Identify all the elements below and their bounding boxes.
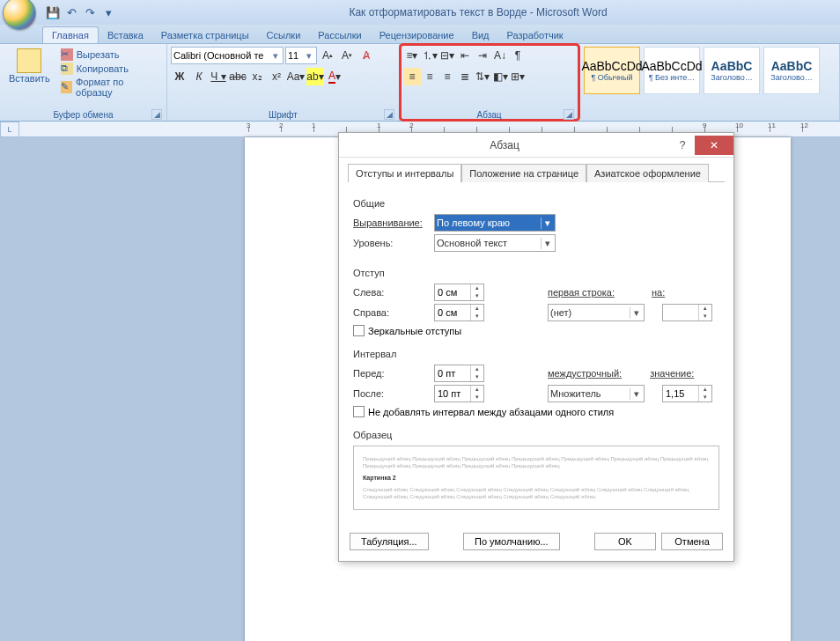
tab-layout[interactable]: Разметка страницы xyxy=(152,27,258,43)
cancel-button[interactable]: Отмена xyxy=(661,533,723,550)
help-button[interactable]: ? xyxy=(670,136,695,155)
bullets-button[interactable]: ≡▾ xyxy=(403,47,421,64)
paste-label: Вставить xyxy=(9,73,50,84)
change-case-button[interactable]: Aa▾ xyxy=(287,68,305,85)
tabs-button[interactable]: Табуляция... xyxy=(350,533,429,550)
dlg-tab-linebreaks[interactable]: Положение на странице xyxy=(461,164,586,182)
font-launcher[interactable]: ◢ xyxy=(384,109,394,120)
no-add-space-check[interactable]: Не добавлять интервал между абзацами одн… xyxy=(353,406,719,417)
first-line-label: первая строка: xyxy=(548,287,615,298)
numbering-button[interactable]: ⒈▾ xyxy=(421,47,438,64)
section-general: Общие xyxy=(353,198,719,209)
tab-developer[interactable]: Разработчик xyxy=(498,27,572,43)
font-label: Шрифт xyxy=(269,110,298,120)
dialog-titlebar[interactable]: Абзац ? ✕ xyxy=(339,133,733,158)
dlg-tab-indents[interactable]: Отступы и интервалы xyxy=(348,164,461,182)
subscript-button[interactable]: x₂ xyxy=(248,68,266,85)
level-label: Уровень: xyxy=(353,238,429,248)
ribbon: Вставить ✂Вырезать ⧉Копировать ✎Формат п… xyxy=(0,44,840,122)
mirror-indents-check[interactable]: Зеркальные отступы xyxy=(353,325,719,336)
grow-font-icon[interactable]: A▴ xyxy=(319,47,336,64)
tab-view[interactable]: Вид xyxy=(463,27,498,43)
style-no-spacing[interactable]: AaBbCcDd¶ Без инте… xyxy=(644,47,700,94)
after-spin[interactable]: ▴▾ xyxy=(434,385,484,402)
undo-icon[interactable]: ↶ xyxy=(63,4,79,20)
dlg-tab-asian[interactable]: Азиатское оформление xyxy=(586,164,709,182)
paragraph-dialog: Абзац ? ✕ Отступы и интервалы Положение … xyxy=(338,132,734,562)
paste-button[interactable]: Вставить xyxy=(4,47,55,85)
titlebar: 💾 ↶ ↷ ▾ Как отформатировать текст в Ворд… xyxy=(0,0,840,25)
alignment-select[interactable]: По левому краю▾ xyxy=(434,214,556,232)
show-marks-button[interactable]: ¶ xyxy=(509,47,527,64)
align-center-button[interactable]: ≡ xyxy=(421,68,438,85)
copy-button[interactable]: ⧉Копировать xyxy=(61,63,159,75)
cut-button[interactable]: ✂Вырезать xyxy=(61,48,159,61)
window-title: Как отформатировать текст в Ворде - Micr… xyxy=(116,6,840,18)
strike-button[interactable]: abc xyxy=(229,68,247,85)
before-spin[interactable]: ▴▾ xyxy=(434,365,484,382)
tab-review[interactable]: Рецензирование xyxy=(371,27,463,43)
at-spin[interactable]: ▴▾ xyxy=(662,385,712,402)
ok-button[interactable]: OK xyxy=(594,533,656,550)
group-styles: AaBbCcDd¶ Обычный AaBbCcDd¶ Без инте… Аа… xyxy=(579,44,840,121)
at-label: значение: xyxy=(650,368,694,379)
align-left-button[interactable]: ≡ xyxy=(403,68,421,85)
close-button[interactable]: ✕ xyxy=(695,136,733,155)
tab-references[interactable]: Ссылки xyxy=(258,27,310,43)
superscript-button[interactable]: x² xyxy=(268,68,285,85)
borders-button[interactable]: ⊞▾ xyxy=(509,68,527,85)
highlight-button[interactable]: ab▾ xyxy=(306,68,324,85)
section-indent: Отступ xyxy=(353,268,719,278)
style-heading2[interactable]: AaBbCЗаголово… xyxy=(763,47,820,94)
style-normal[interactable]: AaBbCcDd¶ Обычный xyxy=(584,47,640,94)
tab-home[interactable]: Главная xyxy=(42,26,99,43)
italic-button[interactable]: К xyxy=(190,68,208,85)
font-name-combo[interactable]: Calibri (Основной те▾ xyxy=(171,47,284,64)
left-indent-spin[interactable]: ▴▾ xyxy=(434,284,484,301)
section-spacing: Интервал xyxy=(353,349,719,359)
style-heading1[interactable]: АаBbCЗаголово… xyxy=(704,47,760,94)
tab-insert[interactable]: Вставка xyxy=(99,27,152,43)
qat-more-icon[interactable]: ▾ xyxy=(100,4,116,20)
decrease-indent-button[interactable]: ⇤ xyxy=(456,47,474,64)
line-spacing-select[interactable]: Множитель▾ xyxy=(548,385,645,402)
justify-button[interactable]: ≣ xyxy=(456,68,474,85)
underline-button[interactable]: Ч ▾ xyxy=(210,68,227,85)
group-font: Calibri (Основной те▾ 11▾ A▴ A▾ A̷ Ж К Ч… xyxy=(167,44,400,121)
line-spacing-label: междустрочный: xyxy=(548,368,622,379)
quick-access-toolbar: 💾 ↶ ↷ ▾ xyxy=(45,4,116,20)
redo-icon[interactable]: ↷ xyxy=(82,4,98,20)
tab-selector[interactable]: L xyxy=(0,122,19,137)
sort-button[interactable]: A↓ xyxy=(491,47,509,64)
paragraph-launcher[interactable]: ◢ xyxy=(564,109,574,120)
left-indent-label: Слева: xyxy=(353,287,429,298)
copy-icon: ⧉ xyxy=(61,63,73,75)
shrink-font-icon[interactable]: A▾ xyxy=(338,47,356,64)
paste-icon xyxy=(17,48,41,73)
brush-icon: ✎ xyxy=(61,81,72,93)
clear-format-icon[interactable]: A̷ xyxy=(357,47,375,64)
by-label: на: xyxy=(652,287,665,298)
align-right-button[interactable]: ≡ xyxy=(438,68,456,85)
increase-indent-button[interactable]: ⇥ xyxy=(474,47,491,64)
tab-mailings[interactable]: Рассылки xyxy=(309,27,370,43)
save-icon[interactable]: 💾 xyxy=(45,4,61,20)
preview-box: Предыдущий абзац Предыдущий абзац Предыд… xyxy=(353,446,719,510)
line-spacing-button[interactable]: ⇅▾ xyxy=(474,68,491,85)
shading-button[interactable]: ◧▾ xyxy=(491,68,509,85)
after-label: После: xyxy=(353,388,429,399)
default-button[interactable]: По умолчанию... xyxy=(463,533,560,550)
paragraph-label: Абзац xyxy=(476,110,501,120)
bold-button[interactable]: Ж xyxy=(171,68,188,85)
clipboard-label: Буфер обмена xyxy=(54,110,114,120)
before-label: Перед: xyxy=(353,368,429,379)
first-line-select[interactable]: (нет)▾ xyxy=(548,304,645,321)
level-select[interactable]: Основной текст▾ xyxy=(434,234,556,252)
font-color-button[interactable]: A▾ xyxy=(326,68,343,85)
format-painter-button[interactable]: ✎Формат по образцу xyxy=(61,77,159,98)
clipboard-launcher[interactable]: ◢ xyxy=(151,109,162,120)
font-size-combo[interactable]: 11▾ xyxy=(285,47,317,64)
multilevel-button[interactable]: ⊟▾ xyxy=(438,47,456,64)
by-spin[interactable]: ▴▾ xyxy=(662,304,712,321)
right-indent-spin[interactable]: ▴▾ xyxy=(434,304,484,321)
